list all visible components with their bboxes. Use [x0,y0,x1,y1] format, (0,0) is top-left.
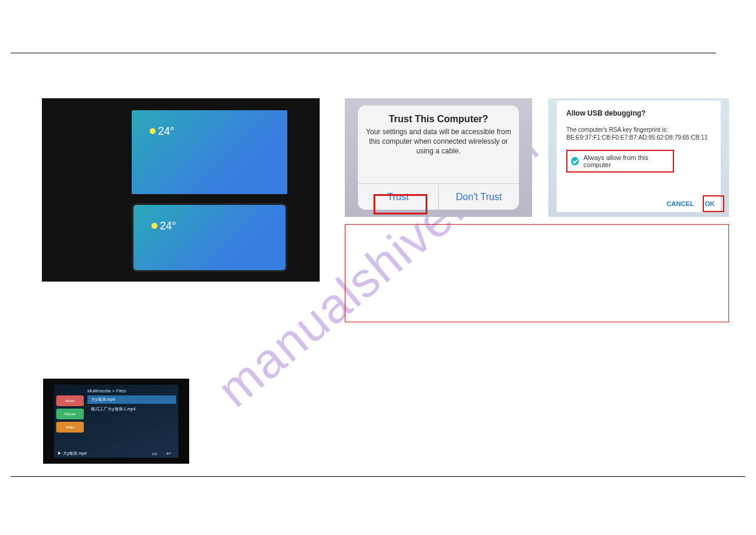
now-playing: ▶ 大y海浪.mp4 [57,451,87,457]
photo-trust-dialog: Trust This Computer? Your settings and d… [345,98,532,217]
check-icon [571,157,579,165]
divider-bottom [11,476,745,477]
file-row[interactable]: 格式工厂大y海浪-1.mp4 [87,405,176,413]
sun-icon [150,128,156,134]
sidebar: Music Picture Video [56,395,84,433]
usb-always-allow-row[interactable]: Always allow from this computer [566,150,674,173]
temp-top: 24° [158,125,174,138]
multimedia-screen: Multimedia > Files Music Picture Video 大… [54,385,178,458]
cancel-button[interactable]: CANCEL [667,200,694,207]
trust-title: Trust This Computer? [388,114,488,125]
usb-title: Allow USB debugging? [566,109,711,117]
headunit-screen: 24° [132,110,287,194]
footer-icons: ▭ ↩ [152,451,175,457]
photo-usb-debug-dialog: Allow USB debugging? The computer's RSA … [548,98,729,217]
highlight-box-ok [703,195,724,212]
usb-fingerprint: BE:E9:37:F1:CB:F0:E7:B7:AD:95:62:D8:79:6… [566,134,711,141]
photo-multimedia-files: Multimedia > Files Music Picture Video 大… [43,379,189,464]
trust-body: Your settings and data will be accessibl… [365,127,512,156]
usb-dialog: Allow USB debugging? The computer's RSA … [557,101,721,212]
sidebar-item-music[interactable]: Music [56,395,84,406]
file-row[interactable]: 大y海浪.mp4 [87,395,176,404]
temp-bottom: 24° [160,220,176,232]
divider-top [11,53,716,53]
usb-fingerprint-label: The computer's RSA key fingerprint is: [566,126,711,134]
instruction-box [345,224,729,322]
sun-icon [151,223,157,229]
highlight-box-trust [374,194,427,214]
dont-trust-button[interactable]: Don't Trust [439,184,519,210]
breadcrumb: Multimedia > Files [87,388,126,394]
phone-screen: 24° [132,203,287,272]
usb-checkbox-label: Always allow from this computer [584,154,669,168]
sidebar-item-video[interactable]: Video [56,422,84,433]
sidebar-item-picture[interactable]: Picture [56,409,84,419]
photo-car-phone-mirror: 24° 24° [42,98,320,282]
